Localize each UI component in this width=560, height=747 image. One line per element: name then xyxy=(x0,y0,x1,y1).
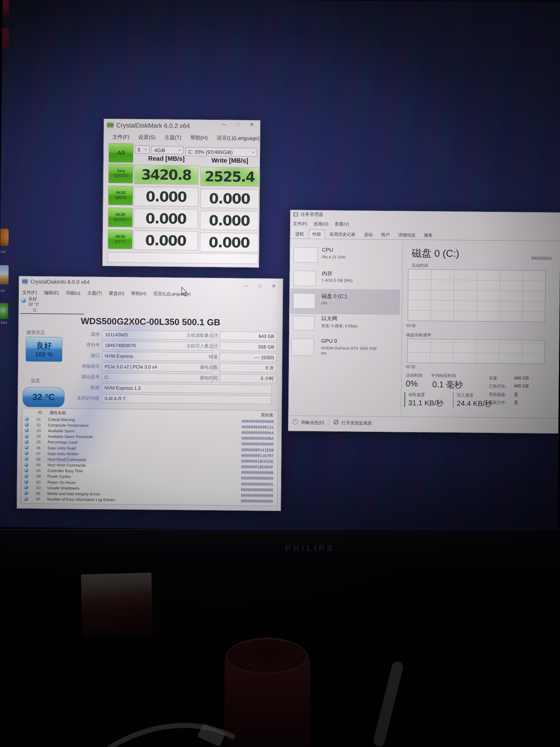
photo-background: ius 64 rk64 CrystalDiskMark 6.0.2 x64 — … xyxy=(0,0,560,747)
mouse-cursor xyxy=(181,287,188,297)
seq-q32t1-button[interactable]: SeqQ32T1 xyxy=(108,164,133,183)
menu-item-file[interactable]: 文件(F) xyxy=(22,290,37,296)
chevron-up-icon: ⌃ xyxy=(292,419,298,424)
test-size-dropdown[interactable]: 4GiB˅ xyxy=(152,146,183,154)
menu-item-help[interactable]: 帮助(H) xyxy=(190,134,208,141)
crystaldiskinfo-app-icon xyxy=(22,279,28,284)
menu-item-file[interactable]: 文件(F) xyxy=(113,134,130,140)
smart-status-icon xyxy=(25,434,29,438)
smart-header-name: 属性名称 xyxy=(50,410,66,416)
smart-row: 01Critical Warning00000000000000 xyxy=(22,416,274,424)
active-time-chart xyxy=(407,269,545,322)
prop-label: 容量: xyxy=(489,376,499,381)
field-label: 传输模式 xyxy=(65,363,100,369)
temperature-button[interactable]: 32 °C xyxy=(23,387,65,407)
window-title: 任务管理器 xyxy=(301,212,323,218)
desktop-icon-green[interactable] xyxy=(0,303,8,319)
close-icon[interactable]: ✕ xyxy=(267,283,281,289)
chart1-label: 活动时间 xyxy=(411,263,428,268)
field-label: 支持的功能 xyxy=(64,395,99,402)
4kib-q32t1-button[interactable]: 4KiBQ32T1 xyxy=(108,208,133,227)
prop-label: 系统磁盘: xyxy=(488,392,507,398)
menu-item-file[interactable]: 文件(F) xyxy=(293,221,307,227)
gpu-thumbnail-chart xyxy=(291,338,314,356)
menu-item-view[interactable]: 查看(V) xyxy=(335,221,349,227)
smart-status-icon xyxy=(24,451,28,455)
field-label: 通电时间 xyxy=(173,375,218,381)
write-result-cell: 0.000 xyxy=(200,189,259,209)
tab-users[interactable]: 用户 xyxy=(377,230,393,239)
tab-services[interactable]: 服务 xyxy=(420,231,436,239)
stat-label: 读取速度 xyxy=(408,392,425,398)
field-value: PCIe 3.0 x2 | PCIe 3.0 x4 xyxy=(102,362,212,372)
tab-app-history[interactable]: 应用历史记录 xyxy=(326,230,359,239)
temperature-label: 温度 xyxy=(31,378,40,384)
maximize-icon[interactable]: □ xyxy=(231,122,245,128)
maximize-icon[interactable]: □ xyxy=(253,283,267,288)
menu-item-help[interactable]: 帮助(H) xyxy=(131,291,146,297)
tab-performance[interactable]: 性能 xyxy=(309,230,324,239)
menu-item-theme[interactable]: 主题(T) xyxy=(87,290,102,296)
chevron-down-icon: ˅ xyxy=(178,148,181,152)
smart-header-id: ID xyxy=(38,410,43,415)
desktop-icon-red-2[interactable] xyxy=(2,29,9,49)
stat-label: 写入速度 xyxy=(457,392,473,398)
test-count-dropdown[interactable]: 5˅ xyxy=(135,146,150,154)
read-result-cell: 3420.8 xyxy=(134,165,198,185)
menu-item-function[interactable]: 功能(u) xyxy=(66,290,80,296)
drive-status: 良好 xyxy=(28,296,37,302)
stat-value: 0.1 毫秒 xyxy=(432,379,463,390)
chevron-down-icon: ˅ xyxy=(252,151,255,154)
field-value: 556 GB xyxy=(220,342,277,351)
smart-status-icon xyxy=(25,423,29,427)
smart-status-icon xyxy=(24,457,28,461)
task-manager-window: 任务管理器 文件(F) 选项(O) 查看(V) 进程 性能 应用历史记录 启动 … xyxy=(288,210,560,434)
transfer-rate-chart xyxy=(407,339,545,364)
tab-startup[interactable]: 启动 xyxy=(361,230,376,239)
desktop-icon-blue[interactable] xyxy=(0,265,9,284)
menu-item-language[interactable]: 语言(L)(Language) xyxy=(217,135,259,142)
smart-status-icon xyxy=(24,497,28,501)
field-value: NVM Express xyxy=(102,352,212,361)
health-status-button[interactable]: 良好 100 % xyxy=(26,337,62,362)
drive-selector[interactable]: 良好 32 °C C: xyxy=(19,295,86,314)
menu-item-edit[interactable]: 编辑(E) xyxy=(44,290,59,296)
close-icon[interactable]: ✕ xyxy=(245,122,259,128)
field-label: 通电次数 xyxy=(173,364,218,370)
minimize-icon[interactable]: — xyxy=(239,283,253,288)
read-column-header: Read [MB/s] xyxy=(134,155,198,163)
desktop-icon-label: rk64 xyxy=(0,320,7,325)
minimize-icon[interactable]: — xyxy=(217,121,231,127)
tab-processes[interactable]: 进程 xyxy=(292,229,308,238)
write-result-cell: 0.000 xyxy=(199,233,259,253)
box-object xyxy=(81,572,153,637)
field-value: ---- (SSD) xyxy=(219,353,277,362)
all-button[interactable]: All xyxy=(109,143,134,163)
write-speed-bar xyxy=(453,393,454,407)
desktop-icon-red-1[interactable] xyxy=(2,0,9,15)
white-stick-object xyxy=(372,661,404,747)
menu-item-settings[interactable]: 设置(S) xyxy=(138,134,156,141)
write-result-cell: 0.000 xyxy=(200,211,259,231)
menu-item-disk[interactable]: 硬盘(D) xyxy=(109,290,124,297)
crystaldiskmark-window: CrystalDiskMark 6.0.2 x64 — □ ✕ 文件(F) 设置… xyxy=(102,119,260,268)
field-label: 驱动器号 xyxy=(65,374,100,380)
menu-item-theme[interactable]: 主题(T) xyxy=(164,134,181,141)
smart-header-raw: 原始值 xyxy=(261,412,273,418)
menu-item-options[interactable]: 选项(O) xyxy=(314,221,328,227)
desktop-icon-orange[interactable] xyxy=(0,229,9,246)
drive-status-icon xyxy=(21,298,26,303)
chart1-x-label: 60 秒 xyxy=(406,323,416,329)
4kib-q8t8-button[interactable]: 4KiBQ8T8 xyxy=(108,186,133,205)
4kib-q1t1-button[interactable]: 4KiBQ1T1 xyxy=(108,230,133,249)
field-value: NVM Express 1.3 xyxy=(102,384,272,394)
smart-status-icon xyxy=(24,463,28,467)
field-value: 643 GB xyxy=(220,331,277,341)
tab-details[interactable]: 详细信息 xyxy=(395,230,419,239)
task-manager-titlebar[interactable]: 任务管理器 xyxy=(290,210,560,221)
smart-status-icon xyxy=(24,468,28,472)
crystaldiskinfo-window: CrystalDiskInfo 8.0.0 x64 — □ ✕ 文件(F) 编辑… xyxy=(17,276,283,511)
stat-label: 平均响应时间 xyxy=(431,373,456,379)
smart-status-icon xyxy=(25,446,29,449)
health-label: 健康状态 xyxy=(26,330,45,336)
